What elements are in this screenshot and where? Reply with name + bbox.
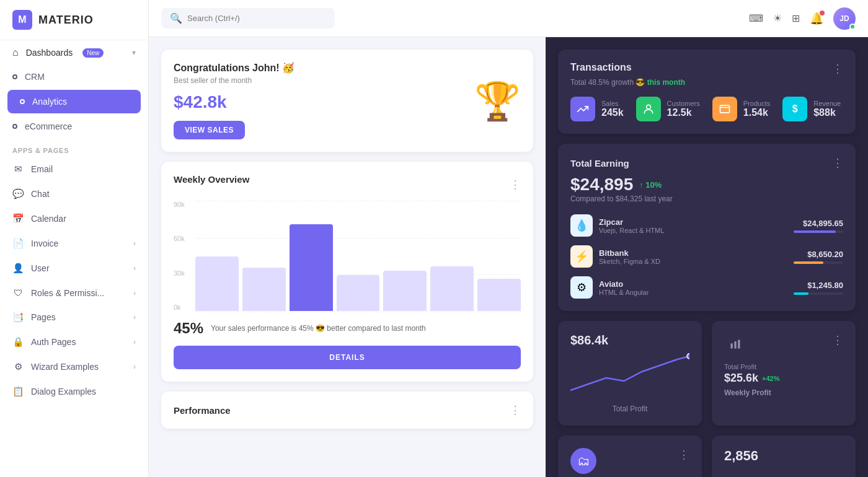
total-profit-value: $25.6k +42% <box>724 372 843 385</box>
svg-rect-1 <box>720 105 729 113</box>
earning-item-aviato: ⚙ Aviato HTML & Angular $1,245.80 <box>570 276 843 299</box>
wizard-icon: ⚙ <box>12 361 24 372</box>
details-button[interactable]: DETAILS <box>174 346 521 369</box>
sidebar-item-calendar[interactable]: 📅 Calendar <box>0 206 148 231</box>
sun-icon[interactable]: ☀ <box>773 12 782 24</box>
shield-icon: 🛡 <box>12 287 24 298</box>
revenue-label: Revenue <box>813 100 841 107</box>
circle-icon-ecom <box>12 124 17 129</box>
calendar-icon: 📅 <box>12 213 24 224</box>
sidebar-item-chat[interactable]: 💬 Chat <box>0 182 148 206</box>
zipcar-info: Zipcar Vuejs, React & HTML <box>599 217 787 234</box>
products-label: Products <box>743 100 770 107</box>
bar-col-4 <box>337 275 380 311</box>
logo-icon: M <box>12 10 32 30</box>
stat-revenue-info: Revenue $88k <box>813 100 841 118</box>
y-label-0k: 0k <box>174 304 185 311</box>
y-label-60k: 60k <box>174 235 185 242</box>
trans-emoji: 😎 <box>636 78 647 87</box>
pages-icon: 📑 <box>12 312 24 323</box>
sidebar-item-label-analytics: Analytics <box>32 97 67 107</box>
bar-chart-value: 2,856 <box>724 448 843 464</box>
bar-inactive-6 <box>430 266 474 311</box>
sidebar-item-label-ecom: eCommerce <box>25 121 72 131</box>
zipcar-name: Zipcar <box>599 217 787 227</box>
search-input[interactable] <box>187 14 326 23</box>
weekly-overview-card: Weekly Overview ⋮ 90k 60k 30k 0k <box>161 162 533 382</box>
user-icon: 👤 <box>12 263 24 274</box>
transactions-subtitle: Total 48.5% growth 😎 this month <box>570 78 843 87</box>
translate-icon[interactable]: ⌨ <box>749 12 763 24</box>
new-project-card: 🗂 ⋮ New Project 862 -18% Ye... <box>558 435 702 477</box>
transactions-menu-dots[interactable]: ⋮ <box>832 62 843 76</box>
pages-label: Pages <box>31 312 56 322</box>
zipcar-value: $24,895.65 <box>794 219 843 228</box>
email-label: Email <box>31 164 53 174</box>
earning-value: $24,895 <box>570 175 633 195</box>
search-box[interactable]: 🔍 <box>161 8 335 28</box>
sidebar-item-auth[interactable]: 🔒 Auth Pages › <box>0 330 148 354</box>
aviato-name: Aviato <box>599 279 787 289</box>
sidebar-item-crm[interactable]: CRM <box>0 65 148 89</box>
aviato-logo: ⚙ <box>570 276 593 299</box>
zipcar-tech: Vuejs, React & HTML <box>599 227 787 234</box>
sidebar-item-wizard[interactable]: ⚙ Wizard Examples › <box>0 354 148 379</box>
earning-compare: Compared to $84,325 last year <box>570 195 843 203</box>
performance-menu-dots[interactable]: ⋮ <box>510 403 521 417</box>
email-icon: ✉ <box>12 164 24 175</box>
bitbank-right: $8,650.20 <box>794 250 843 264</box>
notification-dot <box>820 11 825 15</box>
sidebar-item-ecommerce[interactable]: eCommerce <box>0 115 148 138</box>
sidebar-item-roles[interactable]: 🛡 Roles & Permissi... › <box>0 281 148 305</box>
user-label: User <box>31 263 50 273</box>
total-profit-metric-card: ⋮ Total Profit $25.6k +42% Weekly Profit <box>712 321 856 426</box>
home-icon: ⌂ <box>12 47 19 58</box>
sidebar-item-user[interactable]: 👤 User › <box>0 256 148 281</box>
wizard-label: Wizard Examples <box>31 362 99 372</box>
invoice-label: Invoice <box>31 239 58 248</box>
zipcar-progress-wrap <box>794 230 843 233</box>
earning-menu-dots[interactable]: ⋮ <box>832 156 843 170</box>
bar-inactive-2 <box>242 268 286 311</box>
stat-customers: Customers 12.5k <box>636 97 700 121</box>
weekly-menu-dots[interactable]: ⋮ <box>510 178 521 191</box>
new-project-menu-dots[interactable]: ⋮ <box>678 448 689 462</box>
svg-rect-6 <box>734 341 736 349</box>
content-area: Congratulations John! 🥳 Best seller of t… <box>149 37 868 477</box>
transactions-stats: Sales 245k Customers 12.5k <box>570 97 843 121</box>
sidebar-header: M MATERIO <box>0 0 148 40</box>
weekly-footer: 45% Your sales performance is 45% 😎 bett… <box>174 320 521 337</box>
grid-icon[interactable]: ⊞ <box>792 12 800 24</box>
sidebar-item-email[interactable]: ✉ Email <box>0 157 148 182</box>
profit-metric-menu-dots[interactable]: ⋮ <box>832 333 843 347</box>
chevron-right-icon5: › <box>133 338 136 346</box>
performance-card: Performance ⋮ <box>161 392 533 429</box>
aviato-progress <box>794 292 808 295</box>
bar-inactive-7 <box>477 279 521 311</box>
notification-bell-wrap: 🔔 <box>810 12 823 25</box>
chat-icon: 💬 <box>12 188 24 199</box>
sales-icon <box>570 97 595 121</box>
sidebar-item-analytics[interactable]: Analytics <box>7 90 141 113</box>
sidebar-item-pages[interactable]: 📑 Pages › <box>0 305 148 330</box>
earning-growth: ↑ 10% <box>639 180 662 190</box>
profit-line-card: $86.4k Total Profit <box>558 321 702 426</box>
total-earning-title: Total Earning <box>570 158 629 168</box>
weekly-description: Your sales performance is 45% 😎 better c… <box>211 324 426 333</box>
circle-icon-active <box>20 99 25 104</box>
right-panel: Transactions ⋮ Total 48.5% growth 😎 this… <box>546 37 868 477</box>
weekly-chart: 90k 60k 30k 0k <box>174 201 521 312</box>
sidebar-item-invoice[interactable]: 📄 Invoice › <box>0 231 148 256</box>
sidebar-item-dashboards[interactable]: ⌂ Dashboards New ▾ <box>0 40 148 65</box>
bar-col-5 <box>383 271 427 311</box>
dashboards-badge: New <box>82 48 104 58</box>
bar-chart-icon <box>724 333 746 356</box>
auth-label: Auth Pages <box>31 337 76 347</box>
bar-inactive-5 <box>383 271 427 311</box>
new-project-row: 🗂 ⋮ New Project 862 -18% Ye... 2,856 <box>558 435 856 477</box>
avatar[interactable]: JD <box>833 7 856 30</box>
sidebar-item-dialog[interactable]: 📋 Dialog Examples <box>0 379 148 404</box>
chevron-right-icon6: › <box>133 362 136 371</box>
stat-revenue: $ Revenue $88k <box>782 97 841 121</box>
view-sales-button[interactable]: VIEW SALES <box>174 121 245 139</box>
